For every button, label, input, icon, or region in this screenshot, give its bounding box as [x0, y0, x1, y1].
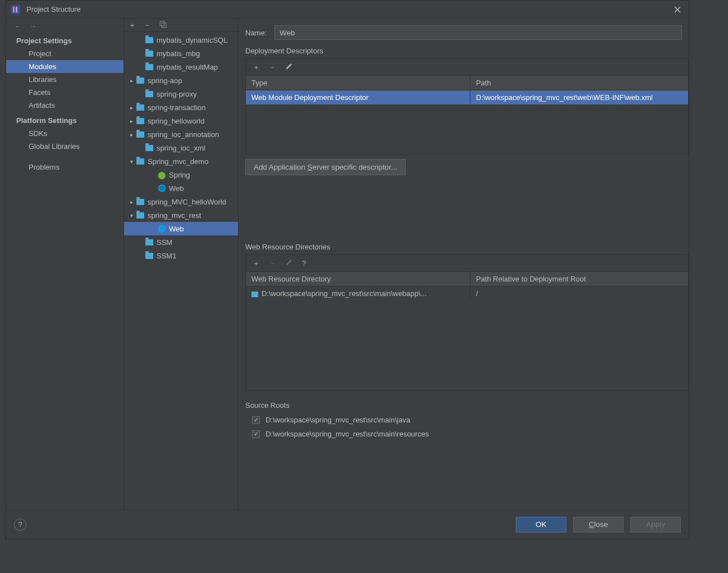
title-text: Project Structure	[26, 5, 81, 13]
svg-rect-3	[160, 21, 164, 26]
tree-item-ssm[interactable]: SSM	[124, 235, 238, 249]
section-project-settings: Project Settings	[6, 32, 123, 47]
sidebar-item-project[interactable]: Project	[6, 47, 123, 60]
tree-item-label: Spring	[169, 171, 190, 179]
tree-item-spring-aop[interactable]: ▸spring-aop	[124, 74, 238, 87]
folder-icon	[135, 197, 145, 206]
wrd-toolbar: ＋ － ?	[245, 254, 689, 271]
tree-item-mybatis-dynamicsql[interactable]: mybatis_dynamicSQL	[124, 33, 238, 47]
tree-item-label: spring_ioc_xml	[157, 144, 205, 152]
close-icon[interactable]	[671, 3, 684, 16]
tree-item-spring-ioc-annotation[interactable]: ▸spring_ioc_annotation	[124, 128, 238, 141]
folder-icon	[135, 116, 145, 125]
tree-item-label: Web	[169, 225, 184, 233]
chevron-right-icon[interactable]: ▸	[127, 78, 135, 84]
nav-forward-icon[interactable]: →	[29, 22, 36, 30]
wrd-remove-icon[interactable]: －	[269, 258, 276, 269]
spring-icon: ⬤	[157, 170, 167, 179]
section-deployment-descriptors: Deployment Descriptors	[239, 47, 689, 58]
tree-item-web[interactable]: 🌐Web	[124, 181, 238, 195]
tree-item-spring-transaction[interactable]: ▸spring-transaction	[124, 101, 238, 114]
checkbox-icon[interactable]: ✓	[252, 430, 260, 438]
tree-item-mybatis-resultmap[interactable]: mybatis_resultMap	[124, 60, 238, 74]
sidebar-item-artifacts[interactable]: Artifacts	[6, 99, 123, 112]
sidebar-item-problems[interactable]: Problems	[6, 161, 123, 174]
dialog-footer: ? OK Close Apply	[6, 510, 689, 539]
add-module-icon[interactable]: ＋	[129, 20, 136, 30]
dd-add-icon[interactable]: ＋	[253, 62, 260, 72]
tree-item-spring-helloworld[interactable]: ▸spring_helloworld	[124, 114, 238, 128]
name-input[interactable]	[274, 25, 682, 40]
tree-item-spring-proxy[interactable]: spring-proxy	[124, 87, 238, 101]
modules-tree[interactable]: mybatis_dynamicSQLmybatis_mbgmybatis_res…	[124, 32, 238, 510]
folder-icon	[144, 143, 154, 152]
checkbox-icon[interactable]: ✓	[252, 416, 260, 424]
chevron-right-icon[interactable]: ▸	[127, 104, 135, 111]
chevron-right-icon[interactable]: ▸	[127, 118, 135, 124]
web-icon: 🌐	[157, 224, 167, 233]
sidebar-item-modules[interactable]: Modules	[6, 60, 123, 73]
ok-button[interactable]: OK	[516, 517, 566, 533]
name-label: Name:	[245, 29, 267, 37]
add-server-descriptor-button[interactable]: Add Application Server specific descript…	[245, 159, 406, 175]
wrd-add-icon[interactable]: ＋	[253, 258, 260, 269]
source-root-row[interactable]: ✓ D:\workspace\spring_mvc_rest\src\main\…	[239, 427, 689, 441]
tree-item-spring[interactable]: ⬤Spring	[124, 168, 238, 181]
tree-item-spring-ioc-xml[interactable]: spring_ioc_xml	[124, 141, 238, 154]
folder-icon	[135, 103, 145, 112]
dd-toolbar: ＋ －	[245, 58, 689, 75]
titlebar: Project Structure	[6, 1, 689, 19]
sidebar-item-sdks[interactable]: SDKs	[6, 127, 123, 140]
close-button[interactable]: Close	[573, 517, 624, 533]
wrd-header-dir: Web Resource Directory	[246, 272, 470, 286]
source-root-row[interactable]: ✓ D:\workspace\spring_mvc_rest\src\main\…	[239, 413, 689, 427]
dd-header-type: Type	[246, 76, 470, 90]
modules-panel: ＋ － mybatis_dynamicSQLmybatis_mbgmybatis…	[124, 19, 239, 510]
folder-icon	[135, 76, 145, 85]
tree-item-label: spring-transaction	[148, 103, 205, 112]
dd-row-path: D:\workspace\spring_mvc_rest\web\WEB-INF…	[470, 90, 688, 104]
tree-item-spring-mvc-demo[interactable]: ▾Spring_mvc_demo	[124, 154, 238, 168]
copy-module-icon[interactable]	[159, 20, 167, 30]
wrd-row-rel: /	[470, 286, 688, 301]
nav-back-icon[interactable]: ←	[14, 22, 21, 30]
wrd-edit-icon[interactable]	[285, 258, 293, 268]
tree-item-spring-mvc-helloworld[interactable]: ▸spring_MVC_helloWorld	[124, 195, 238, 208]
tree-item-mybatis-mbg[interactable]: mybatis_mbg	[124, 47, 238, 60]
folder-icon	[135, 211, 145, 220]
svg-rect-4	[162, 23, 166, 28]
wrd-row[interactable]: D:\workspace\spring_mvc_rest\src\main\we…	[246, 286, 688, 301]
folder-icon	[144, 251, 154, 260]
body: ← → Project Settings Project Modules Lib…	[6, 19, 689, 510]
dd-remove-icon[interactable]: －	[269, 62, 276, 72]
tree-item-label: Web	[169, 184, 184, 193]
tree-item-spring-mvc-rest[interactable]: ▾spring_mvc_rest	[124, 208, 238, 222]
chevron-right-icon[interactable]: ▸	[127, 131, 135, 138]
chevron-down-icon[interactable]: ▾	[127, 212, 135, 219]
sidebar-item-libraries[interactable]: Libraries	[6, 73, 123, 86]
chevron-down-icon[interactable]: ▾	[127, 158, 135, 165]
tree-item-ssm1[interactable]: SSM1	[124, 249, 238, 262]
dd-row[interactable]: Web Module Deployment Descriptor D:\work…	[246, 90, 688, 104]
source-root-path: D:\workspace\spring_mvc_rest\src\main\re…	[265, 430, 429, 438]
folder-icon	[135, 130, 145, 139]
app-icon	[11, 4, 21, 15]
dd-edit-icon[interactable]	[285, 62, 293, 72]
wrd-header-rel: Path Relative to Deployment Root	[470, 272, 688, 286]
chevron-right-icon[interactable]: ▸	[127, 199, 135, 205]
apply-button[interactable]: Apply	[630, 517, 681, 533]
folder-icon	[144, 89, 154, 98]
svg-rect-1	[13, 7, 15, 12]
tree-item-label: mybatis_dynamicSQL	[157, 36, 227, 44]
help-icon[interactable]: ?	[14, 519, 26, 531]
tree-item-label: Spring_mvc_demo	[148, 157, 208, 166]
sidebar-item-global-libraries[interactable]: Global Libraries	[6, 140, 123, 153]
folder-icon	[144, 62, 154, 71]
sidebar-item-facets[interactable]: Facets	[6, 86, 123, 99]
remove-module-icon[interactable]: －	[144, 20, 151, 30]
tree-item-label: spring_ioc_annotation	[148, 130, 219, 139]
folder-icon	[144, 49, 154, 58]
tree-item-web[interactable]: 🌐Web	[124, 222, 238, 235]
wrd-help-icon[interactable]: ?	[302, 259, 306, 267]
name-row: Name:	[239, 25, 689, 47]
